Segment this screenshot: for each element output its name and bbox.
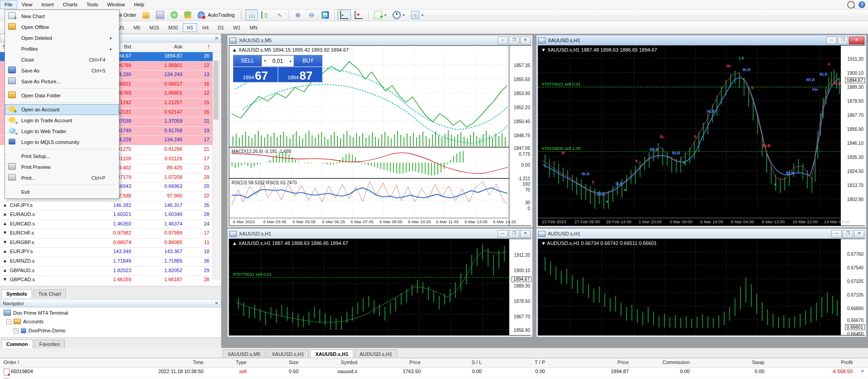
terminal-column-header[interactable]: S / L (430, 360, 482, 365)
menu-item[interactable]: Help (129, 0, 149, 9)
collapse-icon[interactable]: − (6, 319, 11, 324)
terminal-column-header[interactable]: Order / (4, 360, 58, 365)
price-plot[interactable]: #70770021 sell 0.01 (229, 239, 509, 336)
periods-button[interactable]: ▾ (390, 10, 408, 20)
market-watch-row[interactable]: ▼ EURCHF.s 0.97982 0.97999 17 (0, 229, 213, 239)
terminal-column-header[interactable]: Price (366, 360, 421, 365)
market-watch-row[interactable]: ▼ EURGBP.s 0.88074 0.88085 11 (0, 239, 213, 248)
chart-tab[interactable]: XAUUSD.s,H1 (310, 350, 353, 358)
file-menu-item[interactable]: New Chart (5, 11, 119, 22)
minimize-button[interactable]: ─ (498, 230, 508, 238)
close-button[interactable]: ✕ (520, 230, 531, 238)
close-button[interactable]: ✕ (520, 37, 531, 44)
order-row[interactable]: 65019804 2022.11.18 10:38:50 sell 0.50 x… (0, 367, 868, 377)
chart-window-xauusd-h1[interactable]: XAUUSD.s,H1 ─ ❐ ✕ ▲ XAUUSD.s,H1 1887.48 … (227, 228, 533, 337)
terminal-column-header[interactable]: Size (253, 360, 299, 365)
tile-windows-button[interactable] (319, 10, 332, 20)
timeframe-button[interactable]: W1 (229, 23, 245, 32)
market-watch-row[interactable]: ▲ EURCAD.s 1.46350 1.46374 24 (0, 220, 213, 230)
price-scale[interactable]: 1911.201900.101889.301878.501867.701856.… (509, 239, 532, 335)
chart-title-bar[interactable]: AUDUSD.s,H1 ─ ❐ ✕ (536, 229, 866, 239)
file-menu-item[interactable]: Print... Ctrl+P (5, 173, 119, 183)
restore-button[interactable]: ❐ (843, 230, 853, 238)
tree-node-account[interactable]: + DooPrime-Demo (14, 328, 66, 333)
file-menu-item[interactable]: Print Setup... (5, 151, 119, 162)
file-menu-item[interactable]: Profiles ▸ (5, 43, 119, 54)
market-watch-row[interactable]: ▲ EURJPY.s 143.349 143.367 18 (0, 248, 213, 257)
terminal-column-header[interactable]: T / P (493, 360, 545, 365)
minimize-button[interactable]: ─ (831, 230, 842, 238)
market-watch-tab[interactable]: Symbols (1, 289, 32, 298)
close-icon[interactable]: ✕ (215, 301, 218, 306)
tree-node-terminal[interactable]: Doo Prime MT4 Terminal (4, 310, 68, 316)
timeframe-button[interactable]: H4 (198, 23, 213, 32)
terminal-column-header[interactable]: Profit (787, 360, 853, 365)
position-line[interactable]: #70770021 sell 0.01 (538, 87, 840, 87)
file-menu-item[interactable]: Exit (5, 187, 119, 197)
chart-title-bar[interactable]: XAUUSD.s,H1 ─ ❐ ✕ (228, 229, 532, 239)
file-menu-item[interactable]: Open an Account (5, 104, 119, 115)
expand-icon[interactable]: + (14, 328, 19, 333)
chart-tab[interactable]: XAUUSD.s,M5 (223, 350, 266, 358)
file-menu-item[interactable]: Open Offline (5, 22, 119, 33)
history-center-button[interactable] (140, 10, 152, 20)
restore-button[interactable]: ❐ (509, 37, 519, 44)
restore-button[interactable]: ❐ (838, 37, 848, 44)
order-row-partial[interactable]: 70419830 2022.11.18 10:38:50 sell 1.00 x… (0, 377, 868, 379)
navigator-tab[interactable]: Favorites (34, 340, 65, 348)
price-plot[interactable]: #70770021 sell 0.01 #70419830 sell 1.00 … (538, 46, 840, 217)
close-order-icon[interactable]: ✕ (861, 369, 864, 374)
menu-item[interactable]: Window (103, 0, 129, 9)
terminal-column-header[interactable]: Symbol (308, 360, 357, 365)
timeframe-button[interactable]: M30 (164, 23, 182, 32)
close-button[interactable]: ✕ (854, 230, 864, 238)
search-icon[interactable] (847, 1, 855, 9)
timeframe-button[interactable]: M15 (145, 23, 163, 32)
signals-button[interactable] (168, 10, 180, 20)
file-menu-item[interactable]: Login to Web Trader (5, 126, 119, 137)
auto-scroll-button[interactable] (337, 10, 351, 20)
file-menu-item[interactable]: Open Deleted ▸ (5, 33, 119, 43)
chart-window-xauusd-h1-active[interactable]: XAUUSD.s,H1 ─ ❐ ✕ ▼ XAUUSD.s,H1 1887.48 … (536, 35, 867, 228)
line-chart-button[interactable] (273, 10, 286, 20)
timeframe-button[interactable]: M5 (129, 23, 144, 32)
time-scale[interactable]: 23 Feb 202327 Feb 05:0028 Feb 14:001 Mar… (538, 218, 840, 225)
expert-advisors-button[interactable] (181, 10, 194, 20)
zoom-in-button[interactable] (292, 10, 304, 20)
position-line[interactable]: #70770021 sell 0.01 (229, 277, 509, 278)
chart-area[interactable]: ▼ XAUUSD.s,H1 1887.48 1898.63 1886.65 18… (538, 45, 865, 226)
bar-chart-button[interactable] (245, 10, 258, 20)
market-watch-row[interactable]: ▲ EURNZD.s 1.71849 1.71885 36 (0, 257, 213, 267)
minimize-button[interactable]: ─ (826, 37, 837, 44)
file-menu-item[interactable] (5, 148, 119, 151)
lot-value[interactable]: 0.01 (268, 58, 287, 64)
menu-item[interactable]: Tools (82, 0, 103, 9)
terminal-button[interactable] (153, 10, 167, 20)
time-scale[interactable]: 6 Mar 20236 Mar 03:456 Mar 05:056 Mar 06… (229, 218, 508, 225)
buy-button[interactable]: BUY (294, 55, 322, 67)
lot-decrease-icon[interactable]: ▼ (262, 59, 268, 62)
restore-button[interactable]: ❐ (509, 230, 519, 238)
terminal-column-header[interactable]: Time (113, 360, 204, 365)
timeframe-button[interactable]: D1 (213, 23, 228, 32)
chart-tab[interactable]: XAUUSD.s,H1 (267, 350, 309, 358)
file-menu-item[interactable]: Close Ctrl+F4 (5, 54, 119, 65)
chart-title-bar[interactable]: XAUUSD.s,H1 ─ ❐ ✕ (536, 35, 866, 45)
market-watch-tab[interactable]: Tick Chart (33, 289, 66, 298)
zoom-out-button[interactable] (305, 10, 318, 20)
file-menu-item[interactable]: Login to MQL5.community (5, 137, 119, 148)
file-menu-item[interactable]: Save As Ctrl+S (5, 65, 119, 76)
menu-item[interactable]: Insert (37, 0, 58, 9)
candlestick-button[interactable] (259, 10, 272, 20)
close-button[interactable]: ✕ (849, 37, 864, 44)
market-watch-row[interactable]: ▲ CHFJPY.s 146.282 146.317 35 (0, 201, 213, 211)
timeframe-button[interactable]: MN (246, 23, 261, 32)
chart-window-audusd-h1[interactable]: AUDUSD.s,H1 ─ ❐ ✕ ▼ AUDUSD.s,H1 0.66734 … (536, 228, 867, 337)
indicators-button[interactable]: ▾ (371, 10, 389, 20)
lot-increase-icon[interactable]: ▲ (287, 59, 294, 62)
navigator-tab[interactable]: Common (1, 340, 33, 348)
menu-item[interactable]: File (0, 0, 17, 9)
buy-price[interactable]: 189487 (278, 67, 323, 82)
terminal-column-header[interactable]: Swap (706, 360, 764, 365)
file-menu-item[interactable]: Login to Trade Account (5, 115, 119, 126)
